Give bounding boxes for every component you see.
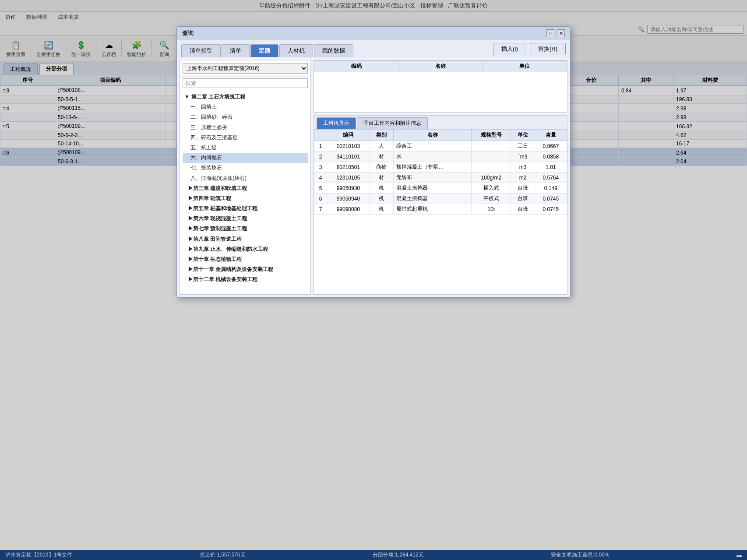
- rtcol-name: 名称: [398, 61, 483, 72]
- modal-close-button[interactable]: ✕: [557, 29, 565, 37]
- cell-type: 材: [370, 151, 393, 162]
- cell-no: 1: [314, 141, 327, 151]
- modal-bottom-table: 编码类别名称规格型号单位含量 1 00210103 人 综合工 工日 0.866…: [314, 129, 567, 294]
- list-item[interactable]: 4 02310105 材 无纺布 100g/m2 m2 0.5764: [314, 173, 567, 183]
- rtcol-unit: 单位: [483, 61, 567, 72]
- modal-left-panel: 上海市水利工程预算定额(2016) ▼第二章 土石方填筑工程一、回填土二、回填砂…: [180, 60, 311, 295]
- modal-definition-select[interactable]: 上海市水利工程预算定额(2016): [183, 63, 308, 74]
- tree-item-s4[interactable]: 四、碎石及三渣基层: [183, 133, 308, 143]
- cell-unit: 工日: [511, 141, 535, 151]
- tree-item-s7[interactable]: 七、笼装块石: [183, 163, 308, 173]
- cell-no: 5: [314, 183, 327, 194]
- modal-tab-清单[interactable]: 清单: [222, 44, 250, 57]
- tree-item-label: 第七章 预制混凝土工程: [193, 225, 247, 232]
- cell-code: 34110101: [327, 151, 370, 162]
- cell-spec: [472, 162, 511, 173]
- cell-name: 履带式起重机: [394, 204, 472, 215]
- modal-action-buttons: 插入(I)替换(R): [493, 43, 566, 57]
- tree-item-ch5[interactable]: ▶第五章 桩基和地基处理工程: [183, 204, 308, 214]
- rb-col-: [314, 130, 327, 141]
- tree-item-label: 四、碎石及三渣基层: [190, 134, 238, 141]
- tree-item-label: 八、江海抛沉块体(块石): [190, 175, 247, 181]
- cell-code: 99090080: [327, 204, 370, 215]
- cell-qty: 0.0858: [535, 151, 567, 162]
- list-item[interactable]: 3 80210501 商砼 预拌混凝土（非泵… m3 1.01: [314, 162, 567, 173]
- tree-item-label: 七、笼装块石: [190, 165, 222, 171]
- tree-expand-icon: ▶: [188, 246, 193, 252]
- tree-expand-icon: ▶: [188, 195, 193, 201]
- cell-type: 机: [370, 194, 393, 204]
- modal-action-插入(I)[interactable]: 插入(I): [493, 43, 526, 55]
- cell-qty: 0.0745: [535, 194, 567, 204]
- tree-item-label: 第八章 田间管道工程: [193, 236, 242, 242]
- rb-tab-工料机显示[interactable]: 工料机显示: [317, 117, 356, 129]
- modal-bottom-tabs: 工料机显示子目工作内容和附注信息: [314, 116, 567, 129]
- tree-item-label: 六、内河抛石: [190, 155, 222, 161]
- rb-col-名称: 名称: [394, 130, 472, 141]
- list-item[interactable]: 5 99050930 机 混凝土振捣器 插入式 台班 0.149: [314, 183, 567, 194]
- rb-col-编码: 编码: [327, 130, 370, 141]
- tree-item-s1[interactable]: 一、回填土: [183, 102, 308, 112]
- rtcol-code: 编码: [314, 61, 398, 72]
- cell-name: 预拌混凝土（非泵…: [394, 162, 472, 173]
- tree-item-ch7[interactable]: ▶第七章 预制混凝土工程: [183, 224, 308, 234]
- tree-item-ch11[interactable]: ▶第十一章 金属结构及设备安装工程: [183, 264, 308, 275]
- cell-name: 水: [394, 151, 472, 162]
- cell-qty: 1.01: [535, 162, 567, 173]
- tree-expand-icon: ▶: [188, 236, 193, 242]
- tree-item-s6[interactable]: 六、内河抛石: [183, 153, 308, 163]
- tree-item-ch6[interactable]: ▶第六章 现浇混凝土工程: [183, 214, 308, 224]
- rb-tab-子目工作内容和附注信息[interactable]: 子目工作内容和附注信息: [357, 117, 428, 129]
- tree-item-s3[interactable]: 三、原槽土掺夯: [183, 123, 308, 133]
- list-item[interactable]: 2 34110101 材 水 `m3 0.0858: [314, 151, 567, 162]
- cell-unit: 台班: [511, 194, 535, 204]
- modal-tab-清单指引[interactable]: 清单指引: [181, 44, 221, 57]
- cell-spec: 100g/m2: [472, 173, 511, 183]
- tree-item-ch12[interactable]: ▶第十二章 机械设备安装工程: [183, 275, 308, 285]
- cell-unit: m3: [511, 162, 535, 173]
- modal-search-input[interactable]: [183, 78, 308, 88]
- list-item[interactable]: 1 00210103 人 综合工 工日 0.8667: [314, 141, 567, 151]
- rb-col-规格型号: 规格型号: [472, 130, 511, 141]
- modal-tab-定额[interactable]: 定额: [250, 44, 278, 57]
- tree-expand-icon: ▶: [188, 215, 193, 222]
- cell-spec: 插入式: [472, 183, 511, 194]
- tree-item-label: 第三章 疏浚和吹填工程: [193, 185, 247, 191]
- modal-tree-area: ▼第二章 土石方填筑工程一、回填土二、回填砂、碎石三、原槽土掺夯四、碎石及三渣基…: [180, 90, 310, 294]
- cell-qty: 0.0745: [535, 204, 567, 215]
- cell-code: 99050930: [327, 183, 370, 194]
- modal-minimize-button[interactable]: □: [546, 29, 554, 37]
- modal-title: 查询: [182, 29, 194, 37]
- cell-spec: 平板式: [472, 194, 511, 204]
- tree-item-label: 第十一章 金属结构及设备安装工程: [193, 266, 273, 272]
- tree-item-ch3[interactable]: ▶第三章 疏浚和吹填工程: [183, 183, 308, 194]
- tree-expand-icon: ▶: [188, 205, 193, 211]
- cell-qty: 0.5764: [535, 173, 567, 183]
- tree-item-ch10[interactable]: ▶第十章 生态植物工程: [183, 254, 308, 264]
- cell-type: 人: [370, 141, 393, 151]
- modal-action-替换(R)[interactable]: 替换(R): [530, 43, 566, 55]
- tree-item-ch4[interactable]: ▶第四章 础筑工程: [183, 194, 308, 204]
- list-item[interactable]: 6 99050940 机 混凝土振捣器 平板式 台班 0.0745: [314, 194, 567, 204]
- cell-code: 99050940: [327, 194, 370, 204]
- tree-expand-icon: ▶: [188, 185, 193, 191]
- tree-expand-icon: ▶: [188, 225, 193, 232]
- tree-item-s8[interactable]: 八、江海抛沉块体(块石): [183, 173, 308, 183]
- modal-tab-人材机[interactable]: 人材机: [279, 44, 313, 57]
- tree-item-label: 第六章 现浇混凝土工程: [193, 215, 247, 222]
- cell-spec: 10t: [472, 204, 511, 215]
- tree-item-ch2[interactable]: ▼第二章 土石方填筑工程: [183, 92, 308, 102]
- tree-item-s5[interactable]: 五、筑土堤: [183, 143, 308, 153]
- cell-unit: `m3: [511, 151, 535, 162]
- cell-code: 02310105: [327, 173, 370, 183]
- tree-item-label: 第十章 生态植物工程: [193, 256, 242, 262]
- tree-item-ch9[interactable]: ▶第九章 止水、伸缩缝和防水工程: [183, 244, 308, 254]
- tree-item-ch8[interactable]: ▶第八章 田间管道工程: [183, 234, 308, 244]
- list-item[interactable]: 7 99090080 机 履带式起重机 10t 台班 0.0745: [314, 204, 567, 215]
- modal-right-bottom: 工料机显示子目工作内容和附注信息 编码类别名称规格型号单位含量 1 002101…: [314, 115, 567, 295]
- modal-tab-我的数据[interactable]: 我的数据: [314, 44, 353, 57]
- cell-code: 00210103: [327, 141, 370, 151]
- cell-no: 2: [314, 151, 327, 162]
- tree-item-s2[interactable]: 二、回填砂、碎石: [183, 112, 308, 122]
- cell-name: 无纺布: [394, 173, 472, 183]
